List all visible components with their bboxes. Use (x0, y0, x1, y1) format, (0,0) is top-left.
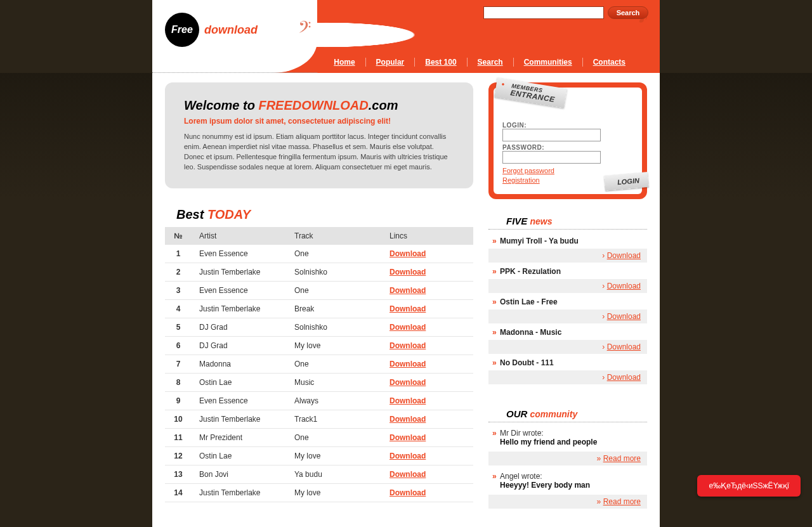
divider-dots (488, 229, 647, 230)
community-item: Angel wrote:Heeyyy! Every body manRead m… (488, 469, 647, 509)
community-block: OUR community Mr Dir wrote:Hello my frie… (488, 408, 647, 509)
download-link[interactable]: Download (390, 452, 426, 460)
login-inner: MEMBERS ENTRANCE LOGIN: PASSWORD: Forgot… (494, 88, 642, 194)
cell-no: 3 (165, 281, 192, 299)
password-label: PASSWORD: (502, 144, 633, 151)
password-input[interactable] (502, 151, 601, 164)
divider-dots (488, 422, 647, 422)
download-link[interactable]: Download (390, 360, 426, 368)
read-more-link[interactable]: Read more (603, 454, 641, 463)
cell-track: One (287, 428, 382, 446)
welcome-title-pre: Welcome to (184, 98, 258, 112)
news-list: Mumyi Troll - Ya buduDownloadPPK - Rezul… (488, 233, 647, 384)
nav-search[interactable]: Search (468, 58, 514, 67)
news-head: Madonna - Music (488, 325, 647, 340)
cell-artist: DJ Grad (192, 336, 287, 355)
download-link[interactable]: Download (390, 433, 426, 442)
password-row: PASSWORD: (502, 144, 633, 164)
news-head: Ostin Lae - Free (488, 294, 647, 309)
cell-artist: DJ Grad (192, 318, 287, 336)
download-link[interactable]: Download (390, 323, 426, 332)
col-artist: Artist (192, 227, 287, 245)
download-link[interactable]: Download (390, 268, 426, 277)
community-item: Mr Dir wrote:Hello my friend and peopleR… (488, 426, 647, 465)
table-row: 14Justin TemberlakeMy loveDownload (165, 483, 473, 502)
login-input[interactable] (502, 129, 601, 141)
login-button[interactable]: LOGIN (604, 172, 649, 191)
download-link[interactable]: Download (390, 286, 426, 295)
download-link[interactable]: Download (390, 415, 426, 424)
five-news-title: FIVE news (488, 216, 647, 226)
nav-communities[interactable]: Communities (514, 58, 583, 67)
cell-artist: Justin Temberlake (192, 483, 287, 502)
sidebar: MEMBERS ENTRANCE LOGIN: PASSWORD: Forgot… (488, 82, 647, 527)
music-clef-icon: 𝄢 (298, 18, 311, 41)
cell-no: 9 (165, 391, 192, 410)
download-link[interactable]: Download (390, 304, 426, 313)
search-button[interactable]: Search (608, 6, 648, 19)
download-link[interactable]: Download (390, 488, 426, 497)
download-link[interactable]: Download (390, 249, 426, 258)
news-download-link[interactable]: Download (607, 312, 641, 321)
news-download-link[interactable]: Download (607, 251, 641, 260)
cell-no: 6 (165, 336, 192, 355)
cell-artist: Justin Temberlake (192, 263, 287, 281)
table-row: 12Ostin LaeMy loveDownload (165, 446, 473, 465)
cell-track: Solnishko (287, 318, 382, 336)
cell-track: One (287, 281, 382, 299)
nav-popular[interactable]: Popular (366, 58, 416, 67)
table-row: 13Bon JoviYa buduDownload (165, 465, 473, 483)
news-download-link[interactable]: Download (607, 373, 641, 382)
search-input[interactable] (483, 6, 604, 19)
table-header-row: № Artist Track Lincs (165, 227, 473, 245)
news-item: Ostin Lae - FreeDownload (488, 294, 647, 323)
five-news-title-pre: FIVE (506, 216, 530, 226)
cell-artist: Justin Temberlake (192, 410, 287, 428)
news-download-link[interactable]: Download (607, 342, 641, 351)
news-item: Madonna - MusicDownload (488, 325, 647, 354)
main-nav: Home Popular Best 100 Search Communities… (324, 58, 636, 67)
table-row: 9Even EssenceAlwaysDownload (165, 391, 473, 410)
download-link[interactable]: Download (390, 378, 426, 387)
community-readmore-bar: Read more (488, 495, 647, 509)
cell-track: One (287, 355, 382, 373)
news-item: Mumyi Troll - Ya buduDownload (488, 233, 647, 263)
nav-contacts[interactable]: Contacts (583, 58, 636, 67)
cell-artist: Even Essence (192, 245, 287, 263)
news-head: Mumyi Troll - Ya budu (488, 233, 647, 249)
community-title-accent: community (530, 409, 578, 419)
forgot-password-link[interactable]: Forgot password (502, 166, 633, 176)
tracks-table: № Artist Track Lincs 1Even EssenceOneDow… (165, 227, 473, 502)
community-list: Mr Dir wrote:Hello my friend and peopleR… (488, 426, 647, 509)
news-download-bar: Download (488, 279, 647, 293)
community-text: Heeyyy! Every body man (500, 481, 642, 490)
floating-pill-button[interactable]: е‰ҚеЂдё‹иЅЅжЁҮжқї (697, 475, 801, 497)
cell-track: Break (287, 299, 382, 318)
five-news-title-accent: news (530, 216, 553, 226)
cell-artist: Bon Jovi (192, 465, 287, 483)
cell-no: 1 (165, 245, 192, 263)
table-row: 1Even EssenceOneDownload (165, 245, 473, 263)
cell-no: 2 (165, 263, 192, 281)
table-row: 4Justin TemberlakeBreakDownload (165, 299, 473, 318)
community-title-pre: OUR (506, 408, 530, 419)
download-link[interactable]: Download (390, 470, 426, 479)
logo[interactable]: Free download (152, 0, 317, 47)
cell-artist: Mr Prezident (192, 428, 287, 446)
nav-home[interactable]: Home (324, 58, 365, 67)
download-link[interactable]: Download (390, 396, 426, 405)
nav-best100[interactable]: Best 100 (415, 58, 467, 67)
welcome-title-post: .com (369, 98, 398, 112)
news-item: PPK - RezulationDownload (488, 264, 647, 293)
table-row: 10Justin TemberlakeTrack1Download (165, 410, 473, 428)
cell-no: 11 (165, 428, 192, 446)
news-download-link[interactable]: Download (607, 282, 641, 290)
welcome-title: Welcome to FREEDOWNLOAD.com (184, 98, 454, 113)
community-author: Angel wrote: (500, 472, 642, 481)
news-item: No Doubt - 111Download (488, 355, 647, 384)
read-more-link[interactable]: Read more (603, 497, 641, 506)
cell-no: 4 (165, 299, 192, 318)
download-link[interactable]: Download (390, 341, 426, 350)
welcome-body: Nunc nonummy est id ipsum. Etiam aliquam… (184, 132, 454, 172)
cell-no: 5 (165, 318, 192, 336)
